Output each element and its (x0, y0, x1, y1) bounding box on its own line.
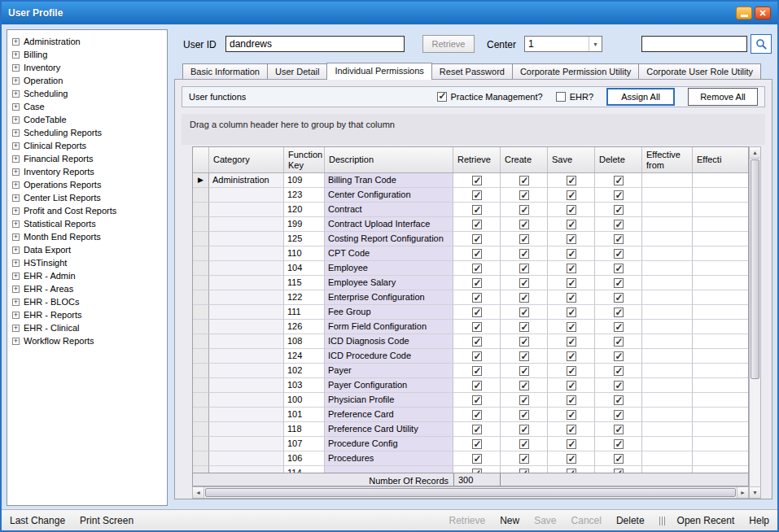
column-header-retrieve[interactable]: Retrieve (453, 147, 501, 172)
expand-plus-icon[interactable]: + (12, 168, 20, 176)
retrieve-checkbox[interactable] (472, 293, 482, 303)
delete-checkbox[interactable] (614, 278, 624, 288)
save-checkbox[interactable] (567, 454, 576, 464)
delete-checkbox[interactable] (614, 234, 624, 244)
quick-search-input[interactable] (641, 36, 747, 52)
row-selector-cell[interactable]: ▶ (193, 320, 209, 334)
column-header-description[interactable]: Description (325, 147, 453, 172)
save-checkbox[interactable] (567, 293, 576, 303)
expand-plus-icon[interactable]: + (12, 51, 20, 59)
expand-plus-icon[interactable]: + (12, 116, 20, 124)
save-checkbox[interactable] (567, 469, 576, 473)
delete-checkbox[interactable] (614, 264, 624, 273)
create-checkbox[interactable] (519, 381, 529, 390)
expand-plus-icon[interactable]: + (12, 312, 20, 319)
group-by-area[interactable]: Drag a column header here to group by th… (182, 114, 765, 145)
delete-checkbox[interactable] (614, 425, 624, 434)
save-checkbox[interactable] (567, 234, 576, 244)
tree-item[interactable]: + Inventory Reports (11, 165, 164, 178)
row-selector-cell[interactable]: ▶ (193, 173, 209, 188)
column-header-delete[interactable]: Delete (595, 147, 642, 172)
table-row[interactable]: ▶ 108 ICD Diagnosis Code (193, 334, 748, 349)
scroll-left-arrow[interactable]: ◄ (193, 487, 204, 498)
ehr-checkbox[interactable]: EHR? (556, 92, 593, 102)
expand-plus-icon[interactable]: + (12, 286, 20, 293)
expand-plus-icon[interactable]: + (12, 155, 20, 163)
create-checkbox[interactable] (519, 469, 529, 473)
row-selector-cell[interactable]: ▶ (193, 364, 209, 378)
table-row[interactable]: ▶ 126 Form Field Configuration (193, 320, 748, 334)
create-checkbox[interactable] (519, 439, 529, 449)
table-row[interactable]: ▶ 111 Fee Group (193, 305, 748, 320)
expand-plus-icon[interactable]: + (12, 103, 20, 111)
tree-item[interactable]: + Billing (11, 48, 164, 61)
table-row[interactable]: ▶ 123 Center Configuration (193, 188, 748, 203)
row-selector-cell[interactable]: ▶ (193, 393, 209, 408)
delete-checkbox[interactable] (614, 176, 624, 185)
create-checkbox[interactable] (519, 264, 529, 273)
minimize-button[interactable] (736, 7, 752, 20)
practice-management-checkbox[interactable]: Practice Management? (437, 92, 543, 102)
delete-checkbox[interactable] (614, 205, 624, 215)
table-row[interactable]: ▶ 106 Procedures (193, 451, 748, 466)
create-checkbox[interactable] (519, 220, 529, 229)
row-selector-cell[interactable]: ▶ (193, 437, 209, 451)
delete-checkbox[interactable] (614, 469, 624, 473)
table-row[interactable]: ▶ 114 (193, 466, 748, 473)
row-selector-cell[interactable]: ▶ (193, 408, 209, 422)
expand-plus-icon[interactable]: + (12, 38, 20, 46)
table-row[interactable]: ▶ 125 Costing Report Configuration (193, 232, 748, 246)
scroll-down-arrow[interactable]: ▼ (750, 486, 760, 498)
create-checkbox[interactable] (519, 425, 529, 434)
retrieve-checkbox[interactable] (472, 410, 482, 420)
tab[interactable]: Basic Information (182, 63, 268, 79)
expand-plus-icon[interactable]: + (12, 325, 20, 332)
delete-checkbox[interactable] (614, 322, 624, 332)
tree-item[interactable]: + Data Export (11, 243, 164, 256)
tree-item[interactable]: + EHR - Areas (11, 282, 164, 295)
horizontal-scrollbar[interactable]: ◄ ► (192, 486, 749, 499)
tree-item[interactable]: + EHR - Admin (11, 269, 164, 282)
status-command[interactable]: Retrieve (449, 515, 485, 526)
row-selector-cell[interactable]: ▶ (193, 290, 209, 305)
expand-plus-icon[interactable]: + (12, 207, 20, 215)
save-checkbox[interactable] (567, 322, 576, 332)
search-button[interactable] (751, 34, 772, 54)
save-checkbox[interactable] (567, 264, 576, 273)
retrieve-checkbox[interactable] (472, 337, 482, 347)
save-checkbox[interactable] (567, 220, 576, 229)
table-row[interactable]: ▶ 100 Physician Profile (193, 393, 748, 408)
row-selector-cell[interactable]: ▶ (193, 305, 209, 320)
delete-checkbox[interactable] (614, 293, 624, 303)
create-checkbox[interactable] (519, 307, 529, 317)
tree-item[interactable]: + Scheduling (11, 87, 164, 100)
status-command[interactable]: Print Screen (80, 515, 133, 526)
save-checkbox[interactable] (567, 395, 576, 405)
save-checkbox[interactable] (567, 337, 576, 347)
retrieve-checkbox[interactable] (472, 469, 482, 473)
create-checkbox[interactable] (519, 190, 529, 200)
save-checkbox[interactable] (567, 410, 576, 420)
retrieve-checkbox[interactable] (472, 220, 482, 229)
tree-item[interactable]: + Inventory (11, 61, 164, 74)
expand-plus-icon[interactable]: + (12, 233, 20, 241)
tree-item[interactable]: + Profit and Cost Reports (11, 204, 164, 217)
column-header-effective-to[interactable]: Effecti (693, 147, 748, 172)
create-checkbox[interactable] (519, 205, 529, 215)
user-id-input[interactable] (225, 36, 405, 52)
tree-item[interactable]: + Scheduling Reports (11, 126, 164, 139)
table-row[interactable]: ▶ 118 Preference Card Utility (193, 422, 748, 437)
row-selector-cell[interactable]: ▶ (193, 188, 209, 203)
expand-plus-icon[interactable]: + (12, 90, 20, 98)
expand-plus-icon[interactable]: + (12, 273, 20, 280)
tree-item[interactable]: + Financial Reports (11, 152, 164, 165)
expand-plus-icon[interactable]: + (12, 142, 20, 150)
tab[interactable]: Corporate Permission Utility (512, 63, 639, 79)
save-checkbox[interactable] (567, 381, 576, 390)
row-selector-cell[interactable]: ▶ (193, 261, 209, 276)
create-checkbox[interactable] (519, 351, 529, 361)
tree-item[interactable]: + Month End Reports (11, 230, 164, 243)
row-selector-cell[interactable]: ▶ (193, 246, 209, 261)
create-checkbox[interactable] (519, 454, 529, 464)
delete-checkbox[interactable] (614, 381, 624, 390)
